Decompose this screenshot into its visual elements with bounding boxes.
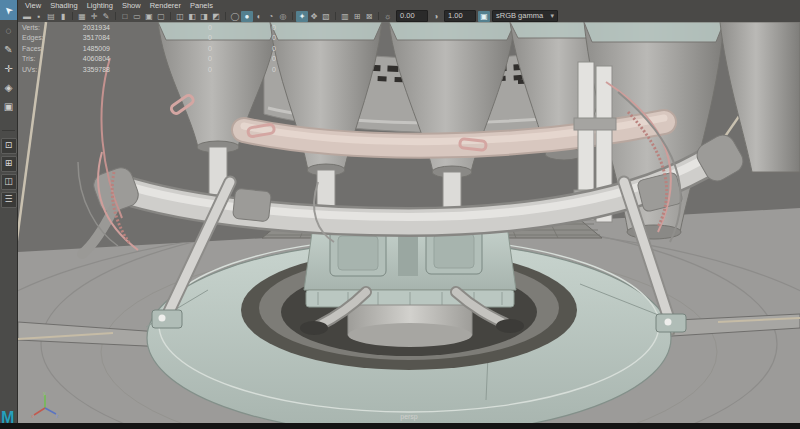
toolbar-separator — [292, 12, 293, 20]
hud-cell: 0 — [110, 66, 212, 73]
layout-shortcuts: ⊡⊞◫☰ — [1, 136, 17, 210]
wireframe-icon[interactable]: □ — [119, 11, 131, 22]
view-transform-value: sRGB gamma — [496, 11, 543, 21]
resolution-gate-icon[interactable]: ◧ — [186, 11, 198, 22]
manipulators-icon[interactable]: ✥ — [308, 11, 320, 22]
hud-cell: 0 — [212, 45, 276, 52]
hud-cell: Edges: — [22, 34, 58, 41]
menu-lighting[interactable]: Lighting — [87, 1, 113, 10]
perspective-viewport[interactable]: Verts:203193400Edges:351708400Faces:1485… — [18, 22, 800, 423]
tool-box: ➤◌✎✛◈▣ ⊡⊞◫☰ M — [0, 0, 18, 429]
select-camera-icon[interactable]: ▬ — [21, 11, 33, 22]
menu-renderer[interactable]: Renderer — [150, 1, 181, 10]
tool-box-separator — [2, 130, 15, 131]
chevron-down-icon: ▾ — [550, 11, 554, 21]
shaded-display-icon[interactable]: ● — [241, 11, 253, 22]
clip-ghosts-icon[interactable]: ▧ — [320, 11, 332, 22]
textured-icon[interactable]: ▣ — [143, 11, 155, 22]
safe-action-icon[interactable]: ◩ — [210, 11, 222, 22]
hud-cell: 0 — [110, 55, 212, 62]
hud-cell: Verts: — [22, 24, 58, 31]
single-pane-layout[interactable]: ⊡ — [1, 138, 17, 154]
panel-menu-bar: ViewShadingLightingShowRendererPanels — [18, 0, 800, 10]
axis-gizmo: y x z — [30, 391, 60, 419]
toolbar-separator — [335, 12, 336, 20]
color-management-icon[interactable]: ▣ — [478, 11, 490, 22]
camera-name-label: persp — [18, 413, 800, 420]
toolbar-separator — [115, 12, 116, 20]
rotate-tool[interactable]: ◈ — [0, 78, 17, 96]
maya-viewport-panel: ➤◌✎✛◈▣ ⊡⊞◫☰ M ViewShadingLightingShowRen… — [0, 0, 800, 429]
toolbar-separator — [72, 12, 73, 20]
four-pane-layout[interactable]: ⊞ — [1, 156, 17, 172]
menu-shading[interactable]: Shading — [50, 1, 78, 10]
two-d-pan-zoom-icon[interactable]: ✛ — [88, 11, 100, 22]
hud-cell: 0 — [212, 55, 276, 62]
shadows-icon[interactable]: ◐ — [253, 11, 265, 22]
hud-row-tris: Tris:406080400 — [22, 55, 276, 62]
hud-cell: Faces: — [22, 45, 58, 52]
hud-cell: 0 — [212, 34, 276, 41]
toolbar-separator — [170, 12, 171, 20]
hud-cell: Tris: — [22, 55, 58, 62]
timeline-edge-strip — [0, 423, 800, 429]
motion-blur-icon[interactable]: ◎ — [277, 11, 289, 22]
view-transform-dropdown[interactable]: sRGB gamma ▾ — [492, 10, 558, 22]
hud-cell: 3359788 — [58, 66, 110, 73]
outliner-pane-layout[interactable]: ☰ — [1, 192, 17, 208]
exposure-field[interactable]: 0.00 — [396, 10, 428, 22]
scene-rocket-engine-model — [18, 22, 800, 423]
hud-cell: 0 — [110, 24, 212, 31]
hud-row-uvs: UVs:335978800 — [22, 66, 276, 73]
xray-icon[interactable]: ⊞ — [351, 11, 363, 22]
grease-pencil-icon[interactable]: ✎ — [100, 11, 112, 22]
toolbar-separator — [225, 12, 226, 20]
hud-cell: 2031934 — [58, 24, 110, 31]
shaded-icon[interactable]: ▭ — [131, 11, 143, 22]
lasso-select-tool[interactable]: ◌ — [0, 21, 17, 39]
panel-toolbar-icons: ▬▪▤▮▦✛✎□▭▣▢◫◧◨◩◯●◐◔◎✦✥▧▥⊞⊠ — [21, 11, 382, 22]
hud-row-edges: Edges:351708400 — [22, 34, 276, 41]
hud-cell: 0 — [212, 24, 276, 31]
hud-row-verts: Verts:203193400 — [22, 24, 276, 31]
plugin-shapes-icon[interactable]: ✦ — [296, 11, 308, 22]
hud-cell: 0 — [110, 45, 212, 52]
toolbar-separator — [378, 12, 379, 20]
move-tool[interactable]: ✛ — [0, 59, 17, 77]
two-pane-layout[interactable]: ◫ — [1, 174, 17, 190]
poly-count-hud: Verts:203193400Edges:351708400Faces:1485… — [22, 24, 276, 76]
occlusion-icon[interactable]: ◔ — [265, 11, 277, 22]
hud-cell: UVs: — [22, 66, 58, 73]
gamma-field[interactable]: 1.00 — [444, 10, 476, 22]
hud-cell: 0 — [212, 66, 276, 73]
menu-show[interactable]: Show — [122, 1, 141, 10]
paint-select-tool[interactable]: ✎ — [0, 40, 17, 58]
menu-panels[interactable]: Panels — [190, 1, 213, 10]
film-gate-icon[interactable]: ◫ — [174, 11, 186, 22]
gamma-icon[interactable]: ◑ — [430, 11, 442, 22]
joints-xray-icon[interactable]: ⊠ — [363, 11, 375, 22]
camera-attributes-icon[interactable]: ▤ — [45, 11, 57, 22]
select-tool[interactable]: ➤ — [0, 0, 17, 20]
axis-z-label: z — [56, 413, 59, 419]
exposure-icon[interactable]: ☼ — [382, 11, 394, 22]
tool-box-tools: ➤◌✎✛◈▣ — [0, 0, 17, 116]
hud-cell: 1485009 — [58, 45, 110, 52]
bookmarks-icon[interactable]: ▮ — [57, 11, 69, 22]
gate-mask-icon[interactable]: ◨ — [198, 11, 210, 22]
hud-cell: 4060804 — [58, 55, 110, 62]
lighting-icon[interactable]: ◯ — [229, 11, 241, 22]
scale-tool[interactable]: ▣ — [0, 97, 17, 115]
isolate-select-icon[interactable]: ▥ — [339, 11, 351, 22]
menu-view[interactable]: View — [25, 1, 41, 10]
hud-cell: 0 — [110, 34, 212, 41]
lock-camera-icon[interactable]: ▪ — [33, 11, 45, 22]
hud-cell: 3517084 — [58, 34, 110, 41]
axis-x-label: x — [31, 413, 34, 419]
hud-row-faces: Faces:148500900 — [22, 45, 276, 52]
image-plane-icon[interactable]: ▦ — [76, 11, 88, 22]
use-default-material-icon[interactable]: ▢ — [155, 11, 167, 22]
